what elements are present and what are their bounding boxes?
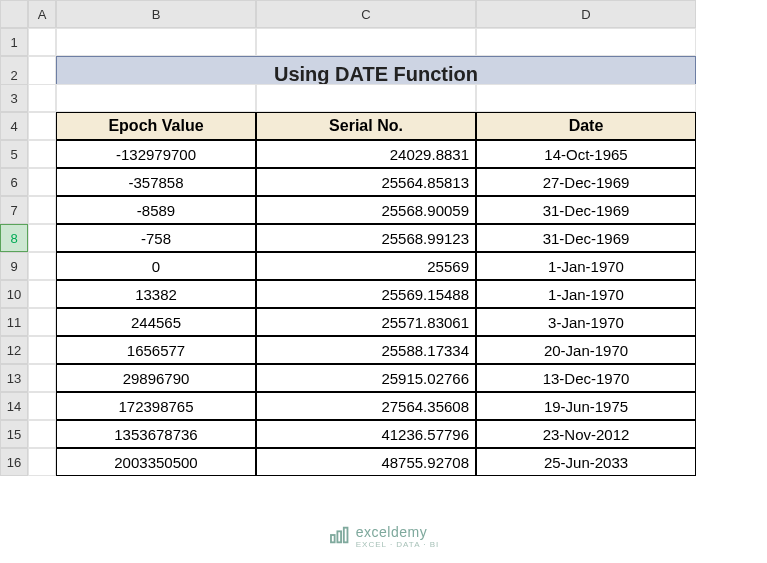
- table-row[interactable]: 0: [56, 252, 256, 280]
- cell[interactable]: [476, 84, 696, 112]
- cell[interactable]: [256, 84, 476, 112]
- row-header[interactable]: 1: [0, 28, 28, 56]
- table-row[interactable]: 31-Dec-1969: [476, 224, 696, 252]
- watermark-text: exceldemy: [356, 524, 427, 540]
- cell[interactable]: [28, 196, 56, 224]
- row-header-selected[interactable]: 8: [0, 224, 28, 252]
- cell[interactable]: [28, 112, 56, 140]
- cell[interactable]: [476, 28, 696, 56]
- table-header-epoch[interactable]: Epoch Value: [56, 112, 256, 140]
- row-header[interactable]: 15: [0, 420, 28, 448]
- table-row[interactable]: 14-Oct-1965: [476, 140, 696, 168]
- table-row[interactable]: 1-Jan-1970: [476, 280, 696, 308]
- row-header[interactable]: 13: [0, 364, 28, 392]
- table-row[interactable]: 25569: [256, 252, 476, 280]
- row-header[interactable]: 14: [0, 392, 28, 420]
- table-row[interactable]: 19-Jun-1975: [476, 392, 696, 420]
- table-row[interactable]: 13382: [56, 280, 256, 308]
- cell[interactable]: [28, 364, 56, 392]
- table-row[interactable]: 25588.17334: [256, 336, 476, 364]
- cell[interactable]: [28, 28, 56, 56]
- spreadsheet-grid: A B C D 1 2 Using DATE Function 3 4 Epoc…: [0, 0, 767, 476]
- bar-chart-icon: [328, 524, 350, 549]
- svg-rect-1: [337, 531, 341, 542]
- col-header-d[interactable]: D: [476, 0, 696, 28]
- table-row[interactable]: 2003350500: [56, 448, 256, 476]
- watermark: exceldemy EXCEL · DATA · BI: [328, 524, 440, 549]
- col-header-a[interactable]: A: [28, 0, 56, 28]
- table-row[interactable]: 172398765: [56, 392, 256, 420]
- cell[interactable]: [28, 168, 56, 196]
- table-row[interactable]: 31-Dec-1969: [476, 196, 696, 224]
- table-row[interactable]: 25915.02766: [256, 364, 476, 392]
- table-row[interactable]: -357858: [56, 168, 256, 196]
- table-row[interactable]: -8589: [56, 196, 256, 224]
- select-all-corner[interactable]: [0, 0, 28, 28]
- table-row[interactable]: 48755.92708: [256, 448, 476, 476]
- cell[interactable]: [28, 140, 56, 168]
- table-row[interactable]: 244565: [56, 308, 256, 336]
- row-header[interactable]: 7: [0, 196, 28, 224]
- cell[interactable]: [56, 28, 256, 56]
- table-row[interactable]: 29896790: [56, 364, 256, 392]
- cell[interactable]: [28, 252, 56, 280]
- table-row[interactable]: 1-Jan-1970: [476, 252, 696, 280]
- cell[interactable]: [28, 392, 56, 420]
- cell[interactable]: [28, 448, 56, 476]
- table-row[interactable]: 25569.15488: [256, 280, 476, 308]
- cell[interactable]: [28, 336, 56, 364]
- watermark-tagline: EXCEL · DATA · BI: [356, 540, 440, 549]
- cell[interactable]: [256, 28, 476, 56]
- cell[interactable]: [28, 420, 56, 448]
- table-row[interactable]: 13-Dec-1970: [476, 364, 696, 392]
- table-row[interactable]: 25571.83061: [256, 308, 476, 336]
- row-header[interactable]: 11: [0, 308, 28, 336]
- table-row[interactable]: 23-Nov-2012: [476, 420, 696, 448]
- cell[interactable]: [28, 280, 56, 308]
- table-row[interactable]: 41236.57796: [256, 420, 476, 448]
- table-row[interactable]: 1656577: [56, 336, 256, 364]
- row-header[interactable]: 6: [0, 168, 28, 196]
- row-header[interactable]: 9: [0, 252, 28, 280]
- table-row[interactable]: 3-Jan-1970: [476, 308, 696, 336]
- table-row[interactable]: -758: [56, 224, 256, 252]
- table-row[interactable]: 27-Dec-1969: [476, 168, 696, 196]
- cell[interactable]: [28, 84, 56, 112]
- cell[interactable]: [28, 308, 56, 336]
- table-row[interactable]: 27564.35608: [256, 392, 476, 420]
- table-header-serial[interactable]: Serial No.: [256, 112, 476, 140]
- table-row[interactable]: -132979700: [56, 140, 256, 168]
- table-header-date[interactable]: Date: [476, 112, 696, 140]
- table-row[interactable]: 20-Jan-1970: [476, 336, 696, 364]
- table-row[interactable]: 1353678736: [56, 420, 256, 448]
- table-row[interactable]: 25564.85813: [256, 168, 476, 196]
- row-header[interactable]: 3: [0, 84, 28, 112]
- cell[interactable]: [28, 224, 56, 252]
- row-header[interactable]: 12: [0, 336, 28, 364]
- table-row[interactable]: 25568.90059: [256, 196, 476, 224]
- svg-rect-0: [330, 535, 334, 542]
- row-header[interactable]: 4: [0, 112, 28, 140]
- col-header-b[interactable]: B: [56, 0, 256, 28]
- row-header[interactable]: 10: [0, 280, 28, 308]
- svg-rect-2: [343, 528, 347, 543]
- col-header-c[interactable]: C: [256, 0, 476, 28]
- row-header[interactable]: 16: [0, 448, 28, 476]
- table-row[interactable]: 25568.99123: [256, 224, 476, 252]
- cell[interactable]: [56, 84, 256, 112]
- row-header[interactable]: 5: [0, 140, 28, 168]
- table-row[interactable]: 25-Jun-2033: [476, 448, 696, 476]
- table-row[interactable]: 24029.8831: [256, 140, 476, 168]
